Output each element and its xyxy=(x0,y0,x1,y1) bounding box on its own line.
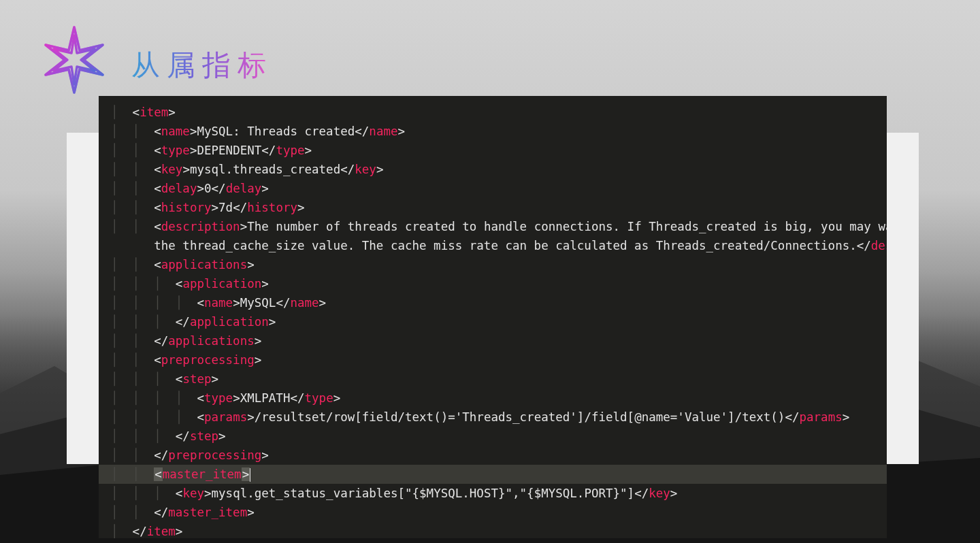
xml-code-block[interactable]: │ <item>│ │ <name>MySQL: Threads created… xyxy=(99,96,887,538)
code-line: │ │ │ </application> xyxy=(99,312,887,331)
code-line: │ │ │ </step> xyxy=(99,427,887,446)
code-line: │ │ </master_item> xyxy=(99,503,887,522)
code-line: │ │ <master_item> xyxy=(99,465,887,484)
code-line: │ │ </applications> xyxy=(99,331,887,350)
compass-star-icon xyxy=(37,23,111,97)
code-line: │ │ <type>DEPENDENT</type> xyxy=(99,141,887,160)
code-line: │ │ │ <application> xyxy=(99,274,887,293)
code-line: │ │ <description>The number of threads c… xyxy=(99,217,887,236)
code-line: │ │ <key>mysql.threads_created</key> xyxy=(99,160,887,179)
code-line: │ │ <delay>0</delay> xyxy=(99,179,887,198)
code-line: │ │ <applications> xyxy=(99,255,887,274)
code-line: │ <item> xyxy=(99,103,887,122)
code-line: │ │ <name>MySQL: Threads created</name> xyxy=(99,122,887,141)
code-line: │ │ │ │ <params>/resultset/row[field/tex… xyxy=(99,408,887,427)
code-line: │ │ │ │ <type>XMLPATH</type> xyxy=(99,389,887,408)
star-logo-icon xyxy=(37,23,111,97)
code-line: │ │ </preprocessing> xyxy=(99,446,887,465)
text-cursor xyxy=(250,468,250,482)
code-line: │ │ <preprocessing> xyxy=(99,350,887,369)
code-line: │ │ <history>7d</history> xyxy=(99,198,887,217)
code-line: │ </item> xyxy=(99,522,887,538)
code-line: the thread_cache_size value. The cache m… xyxy=(99,236,887,255)
page-title: 从属指标 xyxy=(131,46,273,84)
code-line: │ │ │ <step> xyxy=(99,369,887,389)
code-line: │ │ │ <key>mysql.get_status_variables["{… xyxy=(99,484,887,503)
code-line: │ │ │ │ <name>MySQL</name> xyxy=(99,293,887,312)
